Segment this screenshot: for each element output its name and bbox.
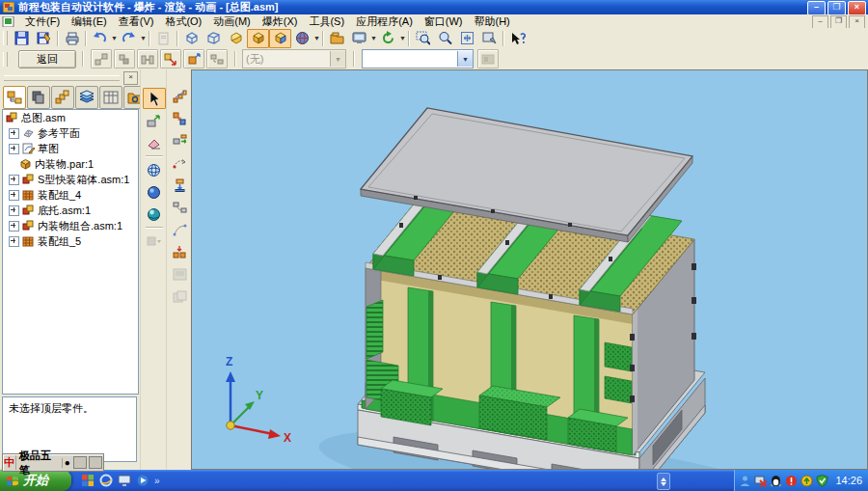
bind-parts-button[interactable] xyxy=(137,49,158,68)
menu-format[interactable]: 格式(O) xyxy=(159,14,207,28)
ime-name[interactable]: 极品五笔 xyxy=(16,449,62,477)
menu-animation[interactable]: 动画(M) xyxy=(207,14,257,28)
tree-row[interactable]: 总图.asm xyxy=(3,110,138,125)
honeycomb-fins[interactable] xyxy=(366,300,383,359)
explode-options-button[interactable] xyxy=(206,49,228,68)
menu-edit[interactable]: 编辑(E) xyxy=(66,14,113,28)
shaded-view-button[interactable] xyxy=(225,29,247,48)
undo-dropdown[interactable]: ▼ xyxy=(111,30,118,47)
tray-network-error-icon[interactable] xyxy=(754,475,767,487)
title-bar[interactable]: 前程包装自动设计软件 - 爆炸 - 渲染 - 动画 - [总图.asm] – ❐… xyxy=(0,0,868,14)
tree-row[interactable]: 草图 xyxy=(3,141,138,156)
quick-launch-desktop-icon[interactable] xyxy=(118,474,131,487)
quick-launch-player-icon[interactable] xyxy=(136,474,149,487)
reposition-button[interactable] xyxy=(168,130,191,151)
drop-part-button[interactable] xyxy=(168,175,191,196)
taskbar-band-handle[interactable] xyxy=(657,473,670,490)
expand-icon[interactable] xyxy=(9,175,19,185)
tray-alert-icon[interactable] xyxy=(785,475,798,487)
quick-launch-ie-icon[interactable] xyxy=(99,474,113,487)
tree-row[interactable]: 内装物组合.asm:1 xyxy=(3,218,138,233)
ime-mode-dot[interactable]: ● xyxy=(62,458,72,468)
flight-path-button[interactable] xyxy=(168,152,191,174)
move-part-tool-button[interactable] xyxy=(143,110,166,131)
3d-model[interactable]: Z Y X xyxy=(192,70,867,469)
modify-explode-button[interactable] xyxy=(183,49,204,68)
paste-button[interactable] xyxy=(152,29,175,48)
close-button[interactable]: × xyxy=(848,1,866,15)
toolbar-grip[interactable] xyxy=(3,31,8,45)
tree-row[interactable]: 参考平面 xyxy=(3,125,138,141)
save-view-button[interactable] xyxy=(168,263,191,285)
redo-dropdown[interactable]: ▼ xyxy=(140,30,147,47)
quick-launch-more[interactable]: » xyxy=(154,476,160,486)
menu-view[interactable]: 查看(V) xyxy=(113,14,160,28)
tree-row[interactable]: 底托.asm:1 xyxy=(3,203,138,218)
panel-close-button[interactable]: × xyxy=(123,71,138,85)
explode-preset-combo[interactable]: (无) ▼ xyxy=(242,49,346,68)
shaded-sphere-button[interactable] xyxy=(143,181,166,203)
mdi-minimize-button[interactable]: – xyxy=(812,15,828,29)
3d-viewport[interactable]: Z Y X xyxy=(191,69,868,470)
undo-button[interactable] xyxy=(89,29,111,48)
display-dropdown[interactable]: ▼ xyxy=(370,30,377,47)
restore-button[interactable]: ❐ xyxy=(827,1,846,15)
tab-sensors[interactable] xyxy=(99,86,122,109)
rendered-sphere-button[interactable] xyxy=(143,204,166,225)
tray-shield-icon[interactable] xyxy=(816,475,828,487)
explode-sequence-button[interactable] xyxy=(168,86,191,107)
expand-icon[interactable] xyxy=(9,190,19,201)
menu-tools[interactable]: 工具(S) xyxy=(303,14,350,28)
menu-file[interactable]: 文件(F) xyxy=(19,14,66,28)
save-button[interactable] xyxy=(11,29,33,48)
select-tool-button[interactable] xyxy=(143,88,166,109)
expand-icon[interactable] xyxy=(9,205,19,216)
wireframe-sphere-button[interactable] xyxy=(143,159,166,180)
tab-family[interactable] xyxy=(51,86,74,109)
tab-pathfinder[interactable] xyxy=(3,86,26,109)
link-parts-button[interactable] xyxy=(168,197,191,218)
animation-editor-button[interactable] xyxy=(477,49,499,68)
redo-button[interactable] xyxy=(118,29,140,48)
tray-user-icon[interactable] xyxy=(739,475,751,487)
expand-icon[interactable] xyxy=(9,221,19,232)
animation-combo[interactable]: ▼ xyxy=(362,49,474,68)
document-icon[interactable] xyxy=(2,16,14,27)
mdi-close-button[interactable]: × xyxy=(849,15,865,29)
tree-row[interactable]: 内装物.par:1 xyxy=(3,156,138,172)
ime-keyboard-icon[interactable] xyxy=(89,456,102,469)
zoom-area-button[interactable] xyxy=(412,29,434,48)
explode-order-button[interactable] xyxy=(168,108,191,129)
tab-library[interactable] xyxy=(27,86,50,109)
refresh-dropdown[interactable]: ▼ xyxy=(399,30,406,47)
print-button[interactable] xyxy=(61,29,83,48)
render-mode-button[interactable] xyxy=(269,29,291,48)
auto-explode-button[interactable] xyxy=(91,49,112,68)
menu-window[interactable]: 窗口(W) xyxy=(419,14,469,28)
tree-row[interactable]: S型快装箱体.asm:1 xyxy=(3,172,138,187)
restore-view-button[interactable] xyxy=(168,286,191,307)
tree-row[interactable]: 装配组_5 xyxy=(3,233,138,249)
tray-qq-icon[interactable] xyxy=(770,475,782,487)
tree-row[interactable]: 装配组_4 xyxy=(3,187,138,203)
unexplode-button[interactable] xyxy=(114,49,135,68)
display-options-button[interactable] xyxy=(348,29,370,48)
expand-icon[interactable] xyxy=(9,128,19,139)
panel-grip[interactable] xyxy=(4,75,120,81)
motion-mode-button[interactable] xyxy=(291,29,313,48)
minimize-button[interactable]: – xyxy=(807,1,826,15)
taskbar-clock[interactable]: 14:26 xyxy=(835,475,862,486)
expand-icon[interactable] xyxy=(9,144,19,154)
collapse-group-button[interactable] xyxy=(168,241,191,262)
ime-language-indicator[interactable]: 中 xyxy=(3,455,16,470)
menu-applications[interactable]: 应用程序(A) xyxy=(350,14,419,28)
ime-punctuation-icon[interactable] xyxy=(73,456,87,469)
zoom-button[interactable] xyxy=(434,29,456,48)
save-as-button[interactable] xyxy=(33,29,55,48)
iso-view-button[interactable] xyxy=(180,29,203,48)
whats-this-button[interactable] xyxy=(506,29,529,48)
previous-view-button[interactable] xyxy=(478,29,501,48)
menu-explode[interactable]: 爆炸(X) xyxy=(257,14,304,28)
fit-view-button[interactable] xyxy=(456,29,478,48)
back-button[interactable]: 返回 xyxy=(18,50,76,68)
